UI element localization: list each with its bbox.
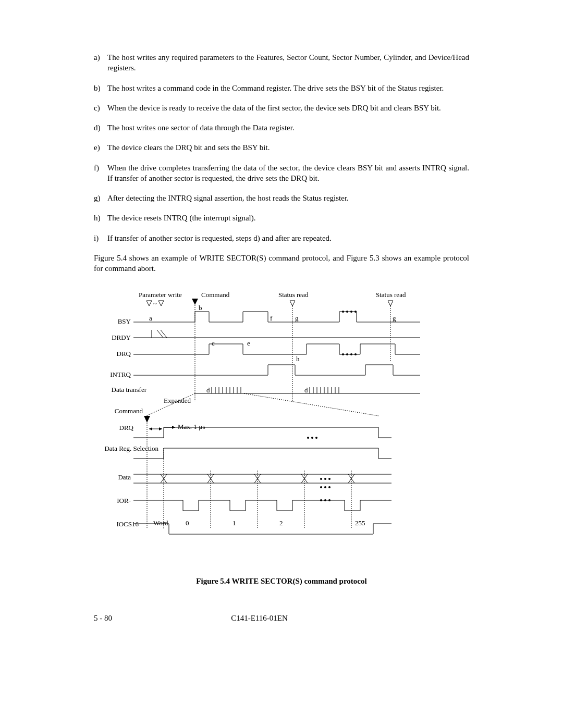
svg-point-85 — [320, 499, 322, 501]
list-item: a)The host writes any required parameter… — [94, 52, 469, 73]
svg-point-31 — [346, 311, 348, 313]
svg-marker-67 — [172, 426, 175, 429]
svg-point-83 — [324, 486, 326, 488]
svg-text:Max. 1 µs: Max. 1 µs — [178, 423, 205, 430]
svg-text:f: f — [270, 314, 273, 322]
svg-point-81 — [328, 478, 331, 480]
svg-text:2: 2 — [279, 519, 283, 527]
figure-caption: Figure 5.4 WRITE SECTOR(S) command proto… — [94, 576, 469, 586]
figure-5-4: Parameter write Command Status read Stat… — [102, 289, 469, 565]
svg-point-36 — [346, 353, 348, 355]
svg-point-84 — [328, 486, 331, 488]
svg-text:g: g — [295, 314, 299, 322]
svg-marker-64 — [149, 427, 152, 430]
list-item: h)The device resets INTRQ (the interrupt… — [94, 213, 469, 223]
svg-text:d: d — [304, 386, 308, 394]
list-item: i)If transfer of another sector is reque… — [94, 233, 469, 243]
svg-point-37 — [350, 353, 352, 355]
svg-marker-61 — [144, 416, 150, 423]
svg-point-35 — [342, 353, 344, 355]
svg-text:IOR-: IOR- — [117, 497, 131, 504]
svg-text:b: b — [199, 304, 202, 312]
svg-text:INTRQ: INTRQ — [110, 371, 131, 378]
list-item: b)The host writes a command code in the … — [94, 83, 469, 93]
list-item: e)The device clears the DRQ bit and sets… — [94, 142, 469, 153]
label-status-read-1: Status read — [278, 291, 309, 299]
svg-text:Command: Command — [115, 407, 143, 415]
svg-text:e: e — [247, 339, 250, 347]
svg-marker-5 — [388, 301, 393, 306]
svg-text:h: h — [296, 355, 300, 363]
list-item: g)After detecting the INTRQ signal asser… — [94, 193, 469, 203]
svg-point-69 — [307, 437, 309, 439]
svg-text:BSY: BSY — [118, 317, 131, 325]
svg-text:Data: Data — [118, 473, 131, 481]
svg-point-80 — [324, 478, 326, 480]
svg-point-87 — [328, 499, 331, 501]
svg-text:255: 255 — [355, 519, 365, 527]
label-status-read-2: Status read — [376, 291, 406, 299]
svg-marker-4 — [290, 301, 295, 306]
svg-text:DRDY: DRDY — [112, 334, 131, 341]
svg-line-60 — [244, 393, 378, 416]
svg-text:~: ~ — [153, 300, 157, 307]
list-item: d)The host writes one sector of data thr… — [94, 122, 469, 133]
svg-point-82 — [320, 486, 322, 488]
svg-marker-3 — [192, 299, 198, 305]
svg-text:1: 1 — [232, 519, 236, 527]
label-parameter-write: Parameter write — [139, 291, 182, 299]
list-item: c)When the device is ready to receive th… — [94, 103, 469, 113]
svg-text:Word: Word — [153, 519, 168, 527]
svg-text:Data transfer: Data transfer — [112, 386, 147, 393]
svg-text:d: d — [206, 386, 210, 394]
footer-doc-id: C141-E116-01EN — [231, 613, 288, 623]
svg-text:DRQ: DRQ — [119, 424, 134, 431]
svg-text:DRQ: DRQ — [117, 350, 131, 357]
footer-page: 5 - 80 — [94, 613, 112, 623]
svg-point-33 — [354, 311, 357, 313]
svg-marker-65 — [159, 427, 162, 430]
list-item: f)When the drive completes transferring … — [94, 163, 469, 184]
svg-point-38 — [354, 353, 357, 355]
svg-text:c: c — [212, 339, 215, 347]
svg-text:Data Reg. Selection: Data Reg. Selection — [104, 445, 158, 452]
svg-marker-0 — [146, 301, 152, 306]
svg-point-71 — [315, 437, 317, 439]
svg-text:a: a — [149, 314, 152, 322]
svg-text:0: 0 — [186, 519, 189, 527]
svg-point-70 — [311, 437, 313, 439]
svg-point-79 — [320, 478, 322, 480]
svg-point-32 — [350, 311, 352, 313]
label-command: Command — [201, 291, 230, 299]
svg-marker-2 — [158, 301, 164, 306]
svg-text:g: g — [393, 314, 396, 322]
svg-point-86 — [324, 499, 326, 501]
svg-text:Expanded: Expanded — [164, 397, 191, 404]
svg-point-30 — [342, 311, 344, 313]
summary-paragraph: Figure 5.4 shows an example of WRITE SEC… — [94, 253, 469, 274]
